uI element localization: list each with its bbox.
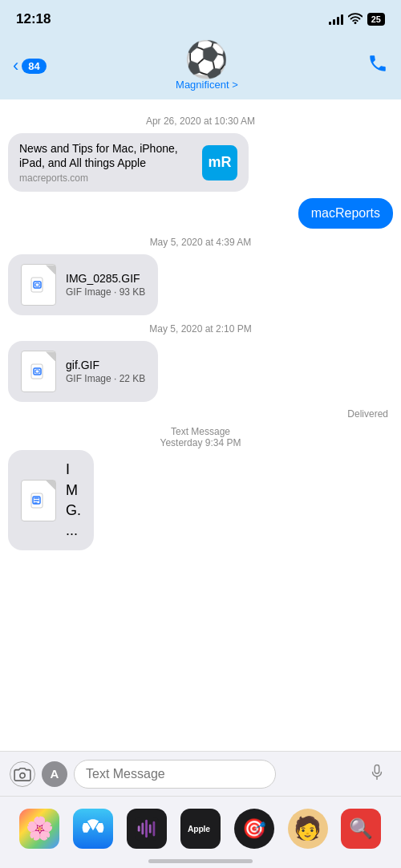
signal-icon — [329, 14, 343, 25]
file-icon-2 — [21, 351, 56, 392]
dock-activity[interactable]: 🎯 — [234, 809, 274, 849]
contact-info[interactable]: ⚽ Magnificent > — [176, 42, 238, 91]
chat-area: Apr 26, 2020 at 10:30 AM News and Tips f… — [0, 99, 401, 706]
svg-text:Apple: Apple — [188, 824, 210, 833]
file-icon-partial — [21, 480, 56, 521]
file-name-2: gif.GIF — [66, 359, 145, 371]
camera-button[interactable] — [10, 761, 35, 787]
delivered-label: Delivered — [0, 408, 401, 420]
svg-point-8 — [20, 773, 25, 777]
status-bar: 12:18 25 — [0, 0, 401, 35]
svg-rect-14 — [149, 824, 152, 833]
attachment-bubble-1: IMG_0285.GIF GIF Image · 93 KB — [8, 254, 158, 315]
file-info-2: gif.GIF GIF Image · 22 KB — [66, 359, 145, 384]
attachment-partial: IMG.... — [8, 450, 94, 550]
text-message-label: Text Message Yesterday 9:34 PM — [0, 426, 401, 448]
dock-appstore[interactable] — [73, 809, 113, 849]
bubble-outgoing: macReports — [298, 198, 393, 229]
message-outgoing-1[interactable]: macReports — [0, 198, 401, 229]
back-badge-count: 84 — [22, 59, 46, 74]
dock-photos[interactable]: 🌸 — [19, 809, 59, 849]
file-name-1: IMG_0285.GIF — [66, 272, 145, 285]
back-chevron-icon: ‹ — [13, 55, 18, 76]
nav-bar: ‹ 84 ⚽ Magnificent > — [0, 35, 401, 99]
contact-avatar: ⚽ — [184, 42, 229, 77]
dock-cash[interactable]: Apple — [180, 809, 221, 849]
back-button[interactable]: ‹ 84 — [13, 55, 47, 76]
apps-button[interactable]: A — [42, 761, 67, 787]
input-wrapper — [74, 760, 391, 789]
file-icon-1 — [21, 264, 56, 306]
input-area: A — [0, 751, 401, 796]
mic-icon — [371, 764, 383, 784]
message-incoming-file-2[interactable]: gif.GIF GIF Image · 22 KB — [0, 341, 401, 402]
file-info-1: IMG_0285.GIF GIF Image · 93 KB — [66, 272, 145, 298]
dock-podcasts[interactable] — [127, 809, 167, 849]
dock: 🌸 Apple 🎯 🧑 🔍 — [0, 796, 401, 868]
bubble-incoming: News and Tips for Mac, iPhone, iPad, and… — [8, 133, 249, 192]
contact-name: Magnificent > — [176, 79, 238, 91]
svg-rect-13 — [145, 819, 148, 838]
phone-button[interactable] — [367, 53, 388, 79]
dock-memoji[interactable]: 🧑 — [288, 809, 328, 849]
file-meta-1: GIF Image · 93 KB — [66, 286, 145, 298]
link-text: News and Tips for Mac, iPhone, iPad, and… — [19, 141, 194, 184]
message-input[interactable] — [74, 760, 276, 789]
link-logo: mR — [202, 145, 237, 180]
dock-search[interactable]: 🔍 — [341, 809, 381, 849]
attachment-bubble-2: gif.GIF GIF Image · 22 KB — [8, 341, 158, 402]
partial-filename-text: IMG.... — [66, 460, 81, 541]
message-incoming-link[interactable]: News and Tips for Mac, iPhone, iPad, and… — [0, 133, 401, 192]
svg-rect-15 — [153, 821, 156, 836]
svg-rect-16 — [138, 825, 140, 832]
timestamp-3: May 5, 2020 at 2:10 PM — [0, 323, 401, 335]
timestamp-2: May 5, 2020 at 4:39 AM — [0, 237, 401, 248]
battery-indicator: 25 — [367, 13, 385, 26]
link-url: macreports.com — [19, 172, 194, 184]
wifi-icon — [348, 13, 363, 26]
message-incoming-partial[interactable]: IMG.... — [0, 450, 401, 550]
status-icons: 25 — [329, 13, 385, 26]
file-meta-2: GIF Image · 22 KB — [66, 373, 145, 384]
link-preview: News and Tips for Mac, iPhone, iPad, and… — [19, 141, 237, 184]
timestamp-1: Apr 26, 2020 at 10:30 AM — [0, 116, 401, 127]
home-indicator — [148, 859, 253, 863]
svg-rect-9 — [375, 765, 379, 773]
message-incoming-file-1[interactable]: IMG_0285.GIF GIF Image · 93 KB — [0, 254, 401, 315]
link-title: News and Tips for Mac, iPhone, iPad, and… — [19, 141, 194, 170]
status-time: 12:18 — [16, 11, 51, 27]
svg-rect-12 — [142, 822, 144, 834]
